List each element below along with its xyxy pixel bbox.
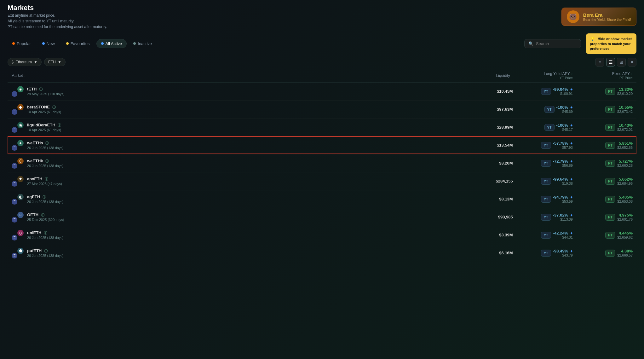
- yt-indicator-teth: ✦: [570, 88, 573, 91]
- table-row[interactable]: Ξ ★ apxETH ⓘ 27 Mar 2025 (47 days) $284,…: [8, 172, 636, 190]
- pt-badge-pufeth[interactable]: PT: [605, 250, 615, 257]
- market-name-berastone: beraSTONE ⓘ: [27, 105, 61, 110]
- icon-stack-pufeth: Ξ ⬟: [11, 247, 24, 259]
- yt-badge-teth[interactable]: YT: [541, 88, 551, 95]
- pt-badge-weethk[interactable]: PT: [605, 160, 615, 167]
- info-icon-unieth[interactable]: ⓘ: [44, 231, 47, 235]
- info-icon-pufeth[interactable]: ⓘ: [44, 249, 48, 253]
- yt-cell-liquidberaETH: YT -100% ✦ $45.17: [517, 118, 577, 136]
- overlay-icon-teth: ◈: [17, 86, 24, 93]
- pt-badge-berastone[interactable]: PT: [605, 106, 615, 113]
- pt-price-weethk: $2,660.28: [617, 164, 633, 167]
- table-row[interactable]: Ξ ⬟ pufETH ⓘ 26 Jun 2025 (138 days) $6.1…: [8, 244, 636, 262]
- yt-cell-weeths: YT -57.78% ✦ $57.93: [517, 136, 577, 154]
- network-chevron-icon: ▼: [34, 60, 37, 64]
- market-cell-berastone: Ξ ◆ beraSTONE ⓘ 10 Apr 2025 (61 days): [8, 100, 103, 118]
- yt-cell-unieth: YT -42.24% ✦ $44.31: [517, 226, 577, 244]
- info-icon-weeths[interactable]: ⓘ: [45, 141, 49, 145]
- pt-apy-pufeth: 4.38%: [617, 249, 633, 253]
- yt-indicator-pufeth: ✦: [570, 249, 573, 253]
- icon-stack-unieth: Ξ ◇: [11, 229, 24, 241]
- yt-indicator-apxeth: ✦: [570, 177, 573, 181]
- search-box[interactable]: 🔍: [524, 39, 581, 48]
- info-icon-weethk[interactable]: ⓘ: [45, 159, 49, 163]
- yt-cell-pufeth: YT -98.49% ✦ $43.79: [517, 244, 577, 262]
- view-list-compact[interactable]: ≡: [595, 58, 604, 67]
- th-long-yield[interactable]: Long Yield APY ↕ YT Price: [517, 69, 577, 83]
- pt-badge-weeths[interactable]: PT: [605, 142, 615, 149]
- tab-popular[interactable]: Popular: [8, 39, 36, 48]
- token-chevron-icon: ▼: [58, 60, 61, 64]
- yt-cell-apxeth: YT -99.64% ✦ $19.38: [517, 172, 577, 190]
- filter-bar: ⟠ Ethereum ▼ ETH ▼ ≡ ☰ ⊞ ✕: [0, 56, 644, 69]
- bera-banner[interactable]: 🐻 Bera Era Bear the Yield, Share the Fie…: [561, 8, 636, 26]
- yt-badge-unieth[interactable]: YT: [541, 232, 551, 239]
- table-row[interactable]: Ξ ◉ liquidBeraETH ⓘ 10 Apr 2025 (61 days…: [8, 118, 636, 136]
- market-name-oeth: OETH ⓘ: [27, 212, 64, 217]
- yt-apy-berastone: -100% ✦: [556, 105, 573, 110]
- market-name-weethk: weETHk ⓘ: [27, 159, 64, 164]
- pt-cell-ageth: PT 5.405% $2,653.08: [577, 190, 636, 208]
- market-date-liquidberaETH: 10 Apr 2025 (61 days): [27, 128, 61, 132]
- yt-badge-berastone[interactable]: YT: [544, 106, 555, 113]
- th-liquidity[interactable]: Liquidity ↕: [480, 69, 516, 83]
- view-close[interactable]: ✕: [628, 58, 636, 67]
- tab-favourites[interactable]: Favourites: [61, 39, 95, 48]
- pt-price-weeths: $2,652.66: [617, 146, 633, 149]
- table-row[interactable]: Ξ ⬡ weETHk ⓘ 26 Jun 2025 (138 days) $3.2…: [8, 154, 636, 172]
- market-date-berastone: 10 Apr 2025 (61 days): [27, 110, 61, 114]
- yt-badge-apxeth[interactable]: YT: [541, 178, 551, 185]
- info-icon-ageth[interactable]: ⓘ: [43, 195, 46, 199]
- pt-badge-oeth[interactable]: PT: [605, 214, 615, 221]
- info-icon-teth[interactable]: ⓘ: [39, 87, 43, 91]
- pt-badge-ageth[interactable]: PT: [605, 196, 615, 203]
- info-icon-liquidberaETH[interactable]: ⓘ: [58, 123, 61, 127]
- info-icon-apxeth[interactable]: ⓘ: [45, 177, 48, 181]
- yt-badge-pufeth[interactable]: YT: [541, 250, 551, 257]
- pt-badge-apxeth[interactable]: PT: [605, 178, 615, 185]
- icon-stack-weethk: Ξ ⬡: [11, 158, 24, 169]
- yt-badge-liquidberaETH[interactable]: YT: [544, 124, 555, 131]
- pt-badge-unieth[interactable]: PT: [605, 232, 615, 239]
- th-market[interactable]: Market ↕: [8, 69, 103, 83]
- yt-indicator-liquidberaETH: ✦: [570, 124, 573, 127]
- yt-badge-oeth[interactable]: YT: [541, 214, 551, 221]
- yt-badge-weeths[interactable]: YT: [541, 142, 551, 149]
- yt-apy-teth: -99.04% ✦: [553, 87, 573, 92]
- table-row[interactable]: Ξ ● weETHs ⓘ 26 Jun 2025 (138 days) $13.…: [8, 136, 636, 154]
- view-grid[interactable]: ⊞: [617, 58, 626, 67]
- tab-new[interactable]: New: [37, 39, 60, 48]
- tab-popular-label: Popular: [17, 41, 31, 46]
- base-icon-oeth: Ξ: [11, 217, 18, 223]
- token-filter[interactable]: ETH ▼: [44, 58, 66, 66]
- network-filter[interactable]: ⟠ Ethereum ▼: [8, 58, 42, 66]
- pt-badge-liquidberaETH[interactable]: PT: [605, 124, 615, 131]
- table-row[interactable]: Ξ ◆ beraSTONE ⓘ 10 Apr 2025 (61 days) $9…: [8, 100, 636, 118]
- spacer-teth: [103, 82, 480, 100]
- info-icon-berastone[interactable]: ⓘ: [52, 105, 56, 109]
- yt-indicator-berastone: ✦: [570, 106, 573, 109]
- pt-badge-teth[interactable]: PT: [605, 88, 615, 95]
- table-row[interactable]: Ξ ◈ tETH ⓘ 29 May 2025 (110 days) $10.45…: [8, 82, 636, 100]
- market-date-unieth: 26 Jun 2025 (138 days): [27, 236, 64, 240]
- icon-stack-teth: Ξ ◈: [11, 86, 24, 97]
- search-input[interactable]: [536, 41, 574, 46]
- table-row[interactable]: Ξ ○ OETH ⓘ 25 Dec 2025 (320 days) $93,98…: [8, 208, 636, 226]
- table-row[interactable]: Ξ ◐ agETH ⓘ 26 Jun 2025 (138 days) $8.13…: [8, 190, 636, 208]
- yt-badge-weethk[interactable]: YT: [541, 160, 551, 167]
- pt-price-oeth: $2,601.76: [617, 217, 633, 221]
- table-row[interactable]: Ξ ◇ uniETH ⓘ 26 Jun 2025 (138 days) $3.3…: [8, 226, 636, 244]
- yt-cell-weethk: YT -72.79% ✦ $56.89: [517, 154, 577, 172]
- yt-price-apxeth: $19.38: [553, 182, 573, 185]
- yt-indicator-unieth: ✦: [570, 231, 573, 235]
- bera-subtitle: Bear the Yield, Share the Field!: [583, 18, 631, 21]
- pt-cell-berastone: PT 10.55% $2,673.42: [577, 100, 636, 118]
- yt-badge-ageth[interactable]: YT: [541, 196, 551, 203]
- yt-apy-oeth: -37.02% ✦: [553, 213, 573, 217]
- tab-inactive[interactable]: Inactive: [129, 39, 157, 48]
- token-label: ETH: [48, 60, 56, 64]
- tab-all-active[interactable]: All Active: [96, 39, 127, 48]
- view-list[interactable]: ☰: [606, 58, 615, 67]
- th-fixed-apy[interactable]: Fixed APY ↕ PT Price: [577, 69, 636, 83]
- info-icon-oeth[interactable]: ⓘ: [41, 213, 44, 217]
